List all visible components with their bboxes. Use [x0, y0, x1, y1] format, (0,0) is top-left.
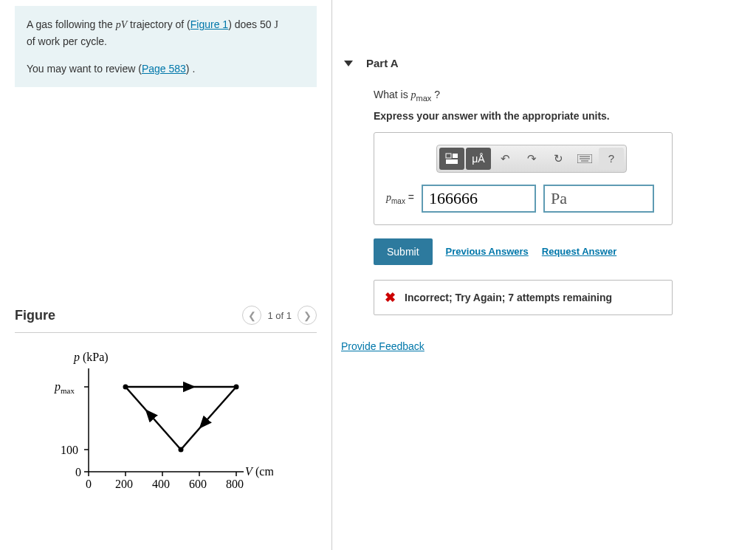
svg-rect-34 — [446, 154, 451, 158]
text: of work per cycle. — [27, 33, 305, 49]
text: ) does 50 — [228, 18, 274, 30]
instruction-text: Express your answer with the appropriate… — [374, 110, 749, 122]
answer-toolbar: μÅ ↶ ↷ ↻ ? — [436, 145, 627, 173]
part-header[interactable]: Part A — [340, 41, 749, 78]
svg-text:p: p — [73, 351, 80, 364]
redo-icon[interactable]: ↷ — [519, 148, 544, 170]
figure-link[interactable]: Figure 1 — [190, 18, 228, 30]
svg-line-28 — [181, 426, 202, 450]
answer-value-input[interactable] — [422, 185, 536, 213]
previous-answers-link[interactable]: Previous Answers — [446, 246, 529, 257]
undo-icon[interactable]: ↶ — [492, 148, 518, 170]
pager-text: 1 of 1 — [267, 310, 292, 321]
svg-point-31 — [123, 385, 128, 390]
keyboard-icon[interactable] — [572, 148, 597, 170]
svg-text:V: V — [245, 465, 254, 478]
answer-unit-input[interactable] — [543, 185, 654, 213]
svg-rect-35 — [453, 154, 458, 158]
submit-button[interactable]: Submit — [374, 238, 433, 265]
answer-box: μÅ ↶ ↷ ↻ ? pmax = — [374, 132, 673, 225]
next-figure-button[interactable]: ❯ — [298, 306, 317, 325]
pv-symbol: pV — [116, 19, 128, 30]
help-icon[interactable]: ? — [599, 148, 624, 170]
text: You may want to review ( — [27, 63, 142, 75]
svg-rect-36 — [446, 159, 458, 164]
svg-text:800: 800 — [226, 478, 244, 490]
unit: J — [274, 19, 278, 30]
template-icon[interactable] — [439, 148, 464, 170]
svg-text:400: 400 — [152, 478, 170, 490]
svg-line-27 — [202, 387, 236, 426]
svg-text:p: p — [54, 380, 61, 393]
svg-text:max: max — [61, 386, 75, 395]
text: ) . — [186, 63, 195, 75]
feedback-box: ✖ Incorrect; Try Again; 7 attempts remai… — [374, 280, 673, 315]
collapse-icon — [344, 61, 353, 66]
part-label: Part A — [366, 57, 399, 69]
provide-feedback-link[interactable]: Provide Feedback — [341, 340, 425, 352]
pv-plot: 0 200 400 600 800 0 100 p max — [37, 346, 288, 501]
text: A gas following the — [27, 18, 116, 30]
svg-text:0: 0 — [86, 478, 92, 490]
svg-line-30 — [126, 387, 148, 412]
svg-text:100: 100 — [61, 444, 78, 456]
svg-point-32 — [234, 385, 239, 390]
svg-text:0: 0 — [75, 466, 81, 478]
svg-text:200: 200 — [115, 478, 133, 490]
answer-label: pmax = — [386, 191, 414, 205]
problem-statement: A gas following the pV trajectory of (Fi… — [15, 6, 317, 87]
page-link[interactable]: Page 583 — [142, 63, 186, 75]
incorrect-icon: ✖ — [385, 289, 396, 306]
svg-point-33 — [179, 447, 184, 453]
figure-title: Figure — [15, 308, 55, 323]
svg-text:(kPa): (kPa) — [83, 351, 109, 364]
reset-icon[interactable]: ↻ — [546, 148, 571, 170]
prev-figure-button[interactable]: ❮ — [242, 306, 261, 325]
figure-pager: ❮ 1 of 1 ❯ — [242, 306, 317, 325]
question-text: What is pmax ? — [374, 89, 749, 103]
svg-text:600: 600 — [189, 478, 207, 490]
svg-text:(cm: (cm — [255, 465, 273, 478]
text: trajectory of ( — [127, 18, 190, 30]
request-answer-link[interactable]: Request Answer — [542, 246, 616, 257]
units-icon[interactable]: μÅ — [466, 148, 491, 170]
feedback-message: Incorrect; Try Again; 7 attempts remaini… — [405, 292, 612, 303]
svg-line-29 — [148, 412, 181, 450]
